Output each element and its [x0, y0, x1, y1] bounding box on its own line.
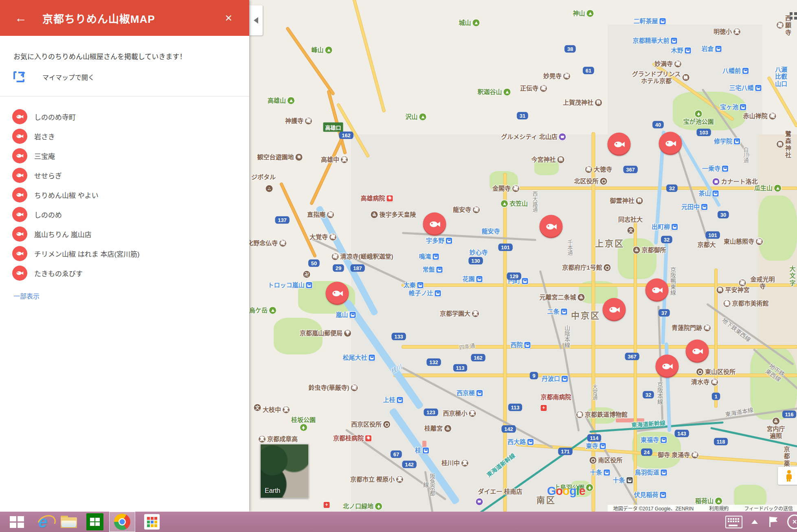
temple-icon: 卍 — [563, 73, 570, 80]
open-in-mymaps-link[interactable]: マイマップで開く — [13, 72, 94, 82]
map-marker-fish[interactable] — [686, 340, 709, 363]
action-center-flag-icon[interactable] — [768, 517, 777, 527]
terms-link[interactable]: 利用規約 — [709, 505, 729, 512]
place-list-item[interactable]: 岩さき — [0, 126, 249, 146]
mountain-icon — [325, 47, 332, 54]
map-label: 千本通 — [566, 240, 573, 255]
map-label: 丹波口 — [542, 375, 568, 382]
start-button[interactable] — [7, 512, 26, 531]
train-station-icon — [433, 254, 439, 260]
map-marker-fish[interactable] — [608, 133, 631, 156]
map-label-text: 京都学園大 — [440, 310, 470, 317]
map-canvas[interactable]: Earth Google 地図データ ©2017 Google、ZENRIN 利… — [249, 0, 797, 512]
map-marker-fish[interactable] — [423, 213, 446, 236]
map-label: 宇多野 — [426, 237, 452, 244]
map-label: 修学院 — [714, 138, 740, 145]
google-logo-letter: o — [562, 484, 569, 497]
earth-view-toggle[interactable]: Earth — [260, 444, 309, 498]
map-label-text: 南区役所 — [598, 457, 622, 464]
map-label-text: 東山区役所 — [705, 368, 736, 375]
map-label: Π平安神宮 — [716, 286, 749, 293]
app-grid-icon[interactable] — [143, 512, 161, 531]
interchange-badge: 高雄口 — [323, 123, 343, 132]
map-label-text: 桂川中 — [441, 459, 460, 466]
map-marker-fish[interactable] — [603, 298, 626, 321]
map-label: 妙満寺卍 — [654, 60, 681, 67]
internet-explorer-icon[interactable]: e — [33, 512, 52, 531]
fish-marker-icon — [12, 148, 27, 163]
route-shield: 50 — [308, 259, 320, 267]
place-list-item[interactable]: 三宝庵 — [0, 146, 249, 165]
place-list-item[interactable]: しののめ — [0, 204, 249, 224]
park-icon — [375, 503, 382, 510]
map-label-text: 京都桂病院 — [333, 435, 364, 442]
temple-icon: 卍 — [704, 325, 711, 332]
map-marker-fish[interactable] — [646, 279, 669, 302]
touch-keyboard-icon[interactable] — [725, 516, 742, 528]
train-station-icon — [701, 204, 707, 210]
show-partial-link[interactable]: 一部表示 — [13, 291, 40, 301]
place-list-item[interactable]: 嵐山ちりん 嵐山店 — [0, 224, 249, 244]
map-label: 二条 — [547, 308, 567, 315]
map-label: 伏見稲荷 — [634, 491, 666, 498]
map-marker-fish[interactable] — [659, 132, 682, 155]
map-label: 白川通 — [742, 147, 749, 163]
map-label-text: 大文字 — [789, 265, 795, 286]
fish-marker-icon — [12, 109, 27, 124]
map-lone-icon: 文 — [628, 226, 635, 234]
pegman-control[interactable] — [778, 467, 797, 485]
file-explorer-icon[interactable] — [59, 512, 78, 531]
train-station-icon — [369, 355, 375, 361]
attribution-text: 地図データ ©2017 Google、ZENRIN — [613, 505, 694, 512]
map-label-text: 千本通 — [566, 240, 573, 255]
place-list-item[interactable]: しののめ寺町 — [0, 107, 249, 126]
apps-grid-icon[interactable] — [790, 12, 797, 23]
map-label-text: 十条 — [613, 477, 625, 484]
route-shield: 118 — [714, 438, 728, 446]
map-label-text: 伏見稲荷 — [634, 491, 658, 498]
train-station-icon — [713, 191, 719, 197]
map-label: 龍安寺卍 — [453, 206, 480, 213]
map-label: 大覚寺卍 — [310, 233, 336, 240]
map-label: 帷子ノ辻 — [408, 290, 441, 297]
map-label: 宝が池公園 — [683, 110, 714, 125]
place-name: 岩さき — [34, 131, 55, 141]
feedback-link[interactable]: フィードバックの送信 — [744, 505, 793, 512]
route-shield: 40 — [652, 121, 664, 129]
map-lone-icon: + — [324, 501, 330, 508]
train-station-icon — [671, 38, 677, 44]
map-label: 花園 — [462, 275, 482, 282]
map-label-text: 鷺森神社 — [785, 130, 791, 158]
notification-close-icon[interactable]: × — [787, 514, 797, 529]
map-label-text: 神山 — [573, 10, 585, 17]
map-label-text: 帷子ノ辻 — [408, 290, 433, 297]
map-label: 妙晃寺卍 — [543, 73, 570, 79]
map-label: 元離宮二条城∴ — [539, 294, 584, 301]
map-label: 宝ヶ池 — [720, 103, 746, 110]
close-icon[interactable]: × — [225, 11, 232, 25]
map-marker-fish[interactable] — [326, 282, 349, 305]
show-hidden-icons-icon[interactable] — [751, 520, 758, 524]
map-marker-fish[interactable] — [540, 215, 563, 238]
map-label: 青蓮院門跡卍 — [672, 324, 711, 331]
map-label: 十条 — [590, 469, 610, 476]
place-list-item[interactable]: ちりめん山椒 やよい — [0, 185, 249, 204]
place-list-item[interactable]: チリメン山椒 はれま 本店(宮川筋) — [0, 244, 249, 263]
temple-icon: 卍 — [305, 118, 312, 125]
imperial-site-icon: ∴ — [773, 418, 779, 424]
train-station-icon — [435, 290, 441, 297]
sidebar-collapse-button[interactable] — [249, 5, 263, 35]
map-label-text: 京都精華大前 — [632, 37, 669, 44]
chrome-taskbar-button-active[interactable] — [109, 512, 135, 532]
map-label: 桂坂公園 — [291, 416, 316, 431]
map-label: 桂 — [415, 447, 429, 454]
train-station-icon — [525, 342, 531, 348]
map-label-text: 大覚寺 — [310, 233, 328, 240]
windows-store-icon[interactable] — [86, 512, 104, 531]
map-lone-icon: 卍 — [303, 270, 310, 278]
place-list-item[interactable]: せせらぎ — [0, 165, 249, 185]
map-marker-fish[interactable] — [656, 355, 679, 378]
back-icon[interactable]: ← — [15, 12, 27, 24]
mountain-icon — [419, 114, 426, 121]
place-list-item[interactable]: たきものゑびす — [0, 263, 249, 283]
